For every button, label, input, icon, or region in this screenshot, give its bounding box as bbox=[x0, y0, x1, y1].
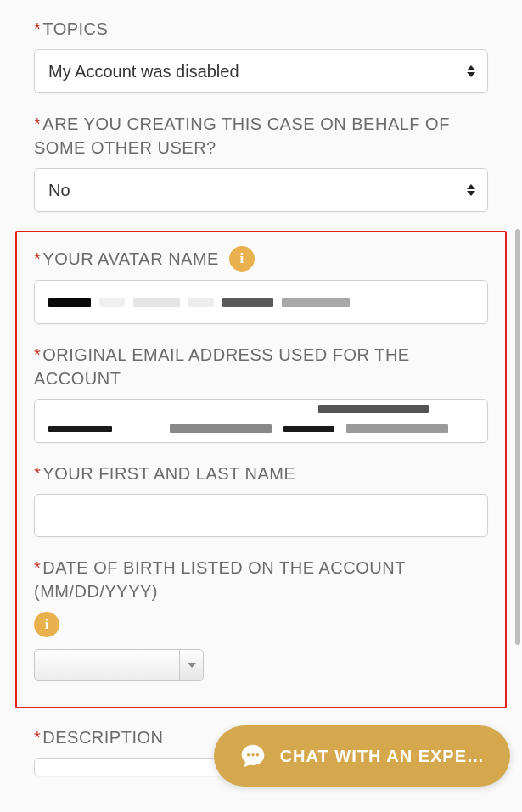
input-full-name[interactable] bbox=[34, 494, 488, 537]
required-mark: * bbox=[34, 728, 41, 747]
chevron-down-icon bbox=[179, 650, 203, 680]
required-mark: * bbox=[34, 345, 41, 364]
label-text: ORIGINAL EMAIL ADDRESS USED FOR THE ACCO… bbox=[34, 345, 410, 388]
field-avatar-name: *YOUR AVATAR NAME i bbox=[34, 246, 488, 324]
input-avatar-name[interactable] bbox=[34, 280, 488, 324]
label-original-email: *ORIGINAL EMAIL ADDRESS USED FOR THE ACC… bbox=[34, 343, 488, 390]
label-text: DATE OF BIRTH LISTED ON THE ACCOUNT (MM/… bbox=[34, 558, 405, 601]
info-icon[interactable]: i bbox=[229, 246, 255, 272]
label-topics: *TOPICS bbox=[34, 17, 488, 41]
select-dob[interactable] bbox=[34, 649, 204, 681]
svg-point-2 bbox=[255, 753, 258, 756]
field-dob: *DATE OF BIRTH LISTED ON THE ACCOUNT (MM… bbox=[34, 556, 488, 685]
required-mark: * bbox=[34, 464, 41, 483]
label-text: DESCRIPTION bbox=[42, 728, 163, 747]
field-full-name: *YOUR FIRST AND LAST NAME bbox=[34, 462, 488, 537]
field-on-behalf: *ARE YOU CREATING THIS CASE ON BEHALF OF… bbox=[34, 112, 488, 212]
field-original-email: *ORIGINAL EMAIL ADDRESS USED FOR THE ACC… bbox=[34, 343, 488, 443]
label-on-behalf: *ARE YOU CREATING THIS CASE ON BEHALF OF… bbox=[34, 112, 488, 160]
input-original-email[interactable] bbox=[34, 399, 488, 443]
chat-label: CHAT WITH AN EXPE… bbox=[280, 747, 485, 766]
info-icon[interactable]: i bbox=[34, 612, 59, 637]
select-topics[interactable]: My Account was disabled bbox=[35, 50, 487, 92]
svg-point-1 bbox=[251, 753, 254, 756]
required-mark: * bbox=[34, 558, 41, 577]
field-topics: *TOPICS My Account was disabled bbox=[34, 17, 488, 93]
label-text: ARE YOU CREATING THIS CASE ON BEHALF OF … bbox=[34, 115, 450, 157]
label-full-name: *YOUR FIRST AND LAST NAME bbox=[34, 462, 488, 485]
label-dob: *DATE OF BIRTH LISTED ON THE ACCOUNT (MM… bbox=[34, 556, 488, 603]
scrollbar[interactable] bbox=[515, 229, 520, 645]
required-mark: * bbox=[34, 115, 41, 133]
support-form: *TOPICS My Account was disabled *ARE YOU… bbox=[0, 0, 522, 812]
chat-widget[interactable]: CHAT WITH AN EXPE… bbox=[214, 725, 510, 787]
required-mark: * bbox=[34, 20, 41, 38]
select-topics-wrapper[interactable]: My Account was disabled bbox=[34, 49, 488, 93]
chat-bubble-icon bbox=[239, 742, 267, 770]
label-text: YOUR AVATAR NAME bbox=[42, 249, 219, 268]
label-text: TOPICS bbox=[42, 20, 108, 38]
highlighted-section: *YOUR AVATAR NAME i *ORIGINAL EMAIL ADDR… bbox=[15, 231, 507, 708]
svg-point-0 bbox=[247, 753, 250, 756]
label-avatar-name: *YOUR AVATAR NAME bbox=[34, 247, 219, 271]
label-text: YOUR FIRST AND LAST NAME bbox=[42, 464, 295, 483]
required-mark: * bbox=[34, 249, 41, 268]
select-on-behalf-wrapper[interactable]: No bbox=[34, 168, 488, 212]
select-on-behalf[interactable]: No bbox=[35, 169, 487, 211]
